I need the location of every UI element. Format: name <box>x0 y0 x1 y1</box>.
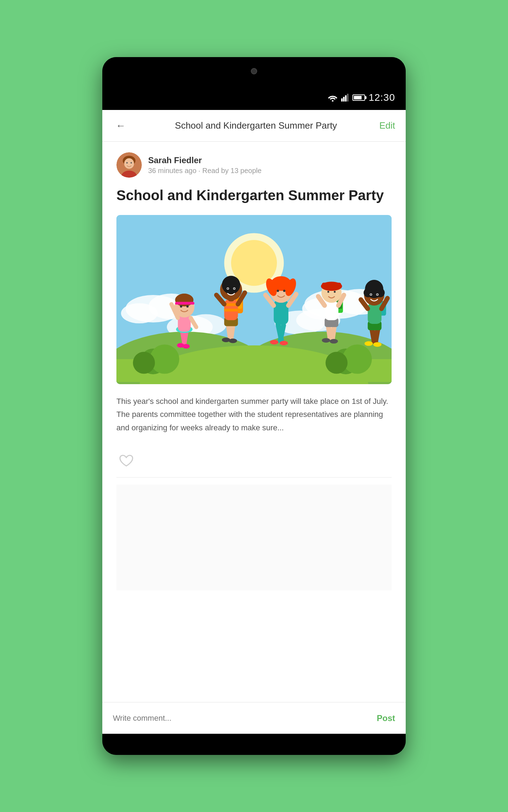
svg-rect-2 <box>343 97 344 102</box>
post-image <box>116 215 392 384</box>
svg-point-30 <box>133 352 155 374</box>
svg-point-99 <box>373 342 381 347</box>
author-section: Sarah Fiedler 36 minutes ago · Read by 1… <box>116 152 392 178</box>
post-meta: 36 minutes ago · Read by 13 people <box>148 167 261 175</box>
device-frame: 12:30 ← School and Kindergarten Summer P… <box>102 57 406 755</box>
svg-rect-44 <box>175 302 194 305</box>
svg-point-111 <box>370 294 372 295</box>
svg-point-112 <box>377 294 378 295</box>
svg-rect-87 <box>325 301 338 320</box>
author-info: Sarah Fiedler 36 minutes ago · Read by 1… <box>148 155 261 175</box>
device-bottom-bar <box>102 734 406 755</box>
comments-section <box>116 485 392 590</box>
post-title: School and Kindergarten Summer Party <box>116 186 392 204</box>
svg-point-61 <box>222 276 240 294</box>
svg-point-7 <box>124 158 134 169</box>
post-comment-button[interactable]: Post <box>377 713 395 723</box>
svg-rect-102 <box>368 303 381 324</box>
svg-point-9 <box>131 162 132 164</box>
device-top-bar <box>102 57 406 85</box>
svg-point-33 <box>326 352 347 374</box>
svg-point-107 <box>364 288 373 297</box>
svg-point-45 <box>180 305 182 308</box>
wifi-icon <box>328 94 338 102</box>
svg-rect-1 <box>341 98 343 102</box>
comment-input-bar: Post <box>102 702 406 734</box>
svg-point-16 <box>121 303 158 323</box>
front-camera <box>251 68 257 74</box>
svg-point-8 <box>126 162 128 164</box>
svg-point-82 <box>322 338 330 343</box>
like-button[interactable] <box>116 452 136 470</box>
svg-rect-70 <box>274 300 289 325</box>
svg-point-83 <box>330 339 338 344</box>
svg-point-79 <box>283 290 286 292</box>
signal-icon <box>341 94 349 102</box>
like-section <box>116 445 392 478</box>
svg-rect-93 <box>334 284 342 287</box>
svg-point-77 <box>271 276 291 291</box>
time-ago: 36 minutes ago <box>148 167 196 174</box>
status-icons: 12:30 <box>328 92 395 103</box>
back-arrow-icon: ← <box>116 120 126 131</box>
battery-icon <box>352 94 365 101</box>
edit-button[interactable]: Edit <box>379 120 395 131</box>
screen-title: School and Kindergarten Summer Party <box>133 120 379 131</box>
svg-point-78 <box>277 290 279 292</box>
heart-icon <box>119 455 133 467</box>
svg-point-64 <box>227 288 229 289</box>
author-name: Sarah Fiedler <box>148 155 261 165</box>
svg-rect-56 <box>224 309 238 312</box>
author-avatar <box>116 152 142 178</box>
svg-rect-3 <box>345 95 346 102</box>
svg-point-94 <box>327 291 329 293</box>
svg-rect-4 <box>347 94 348 102</box>
svg-point-98 <box>364 341 373 346</box>
svg-point-95 <box>334 291 335 293</box>
comment-input[interactable] <box>113 714 370 723</box>
post-scroll-area[interactable]: Sarah Fiedler 36 minutes ago · Read by 1… <box>102 142 406 734</box>
read-count: Read by 13 people <box>202 167 261 174</box>
back-button[interactable]: ← <box>113 117 128 134</box>
svg-point-68 <box>270 340 278 344</box>
app-header: ← School and Kindergarten Summer Party E… <box>102 110 406 142</box>
time-display: 12:30 <box>369 92 395 103</box>
post-body: This year's school and kindergarten summ… <box>116 395 392 434</box>
svg-point-65 <box>234 288 235 289</box>
svg-point-69 <box>280 341 288 345</box>
svg-point-108 <box>376 288 385 297</box>
status-bar: 12:30 <box>102 85 406 110</box>
svg-point-50 <box>229 339 237 343</box>
svg-point-46 <box>186 305 189 308</box>
svg-point-49 <box>222 338 230 342</box>
svg-point-37 <box>182 344 190 349</box>
svg-point-0 <box>332 100 334 102</box>
screen-content: ← School and Kindergarten Summer Party E… <box>102 110 406 734</box>
meta-separator: · <box>198 167 202 174</box>
